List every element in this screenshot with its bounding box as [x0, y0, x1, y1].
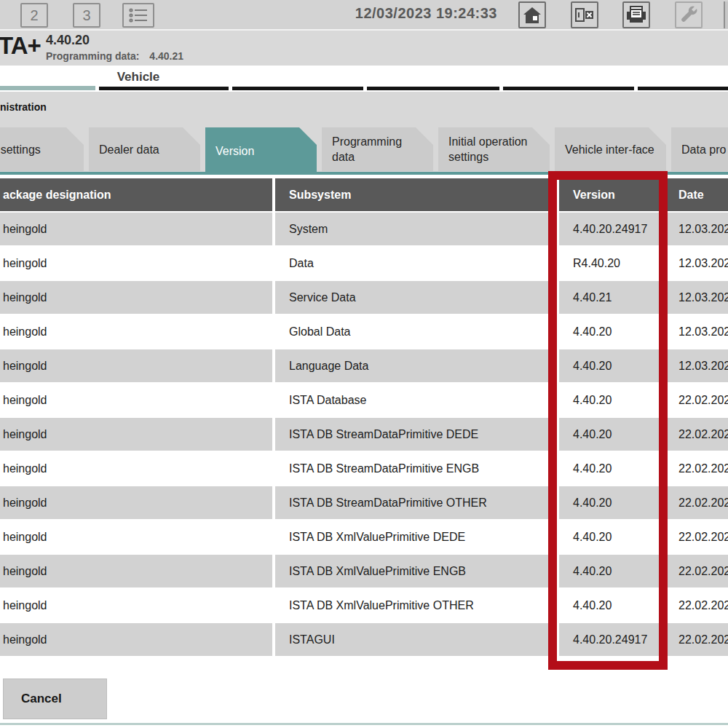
nav-underline [99, 87, 229, 90]
row-date: 22.02.2023 [665, 589, 728, 622]
home-icon [523, 6, 542, 25]
nav-underline-active [0, 86, 95, 90]
tab-vehicle-inter-face[interactable]: Vehicle inter-face [555, 127, 666, 171]
column-header-subsystem[interactable]: Subsystem [275, 178, 555, 211]
row-date: 12.03.2023 [665, 213, 728, 245]
row-subsystem: ISTAGUI [275, 623, 555, 656]
row-package: heingold [0, 384, 272, 416]
table-row[interactable]: heingoldISTA DB StreamDataPrimitive OTHE… [0, 486, 728, 519]
home-button[interactable] [518, 1, 546, 28]
printer-icon [626, 6, 646, 25]
row-subsystem: ISTA DB StreamDataPrimitive DEDE [275, 418, 555, 451]
row-subsystem: Service Data [275, 281, 555, 314]
row-version: 4.40.20 [559, 452, 661, 485]
row-package: heingold [0, 349, 272, 382]
table-row[interactable]: heingoldGlobal Data4.40.2012.03.2023 [0, 315, 728, 348]
nav-underline [232, 87, 363, 90]
column-header-package-designation[interactable]: ackage designation [0, 178, 272, 211]
settings-tabstrip: ent settingsDealer dataVersionProgrammin… [0, 127, 728, 171]
tab-data-pro[interactable]: Data pro [671, 127, 728, 171]
row-version: 4.40.20 [559, 384, 661, 416]
administration-band: nistration ent settingsDealer dataVersio… [0, 92, 728, 172]
section-title: nistration [0, 101, 47, 113]
row-subsystem: ISTA DB XmlValuePrimitive OTHER [275, 589, 555, 622]
table-row[interactable]: heingoldISTA DB XmlValuePrimitive ENGB4.… [0, 555, 728, 587]
close-dialogs-button[interactable] [571, 1, 598, 28]
row-date: 22.02.2023 [665, 384, 728, 416]
row-package: heingold [0, 452, 272, 485]
programming-data-line: Programming data:4.40.21 [46, 50, 183, 62]
row-subsystem: Language Data [275, 349, 555, 382]
row-date: 22.02.2023 [665, 452, 728, 485]
table-row[interactable]: heingoldISTA DB XmlValuePrimitive DEDE4.… [0, 521, 728, 553]
table-row[interactable]: heingoldISTA DB StreamDataPrimitive DEDE… [0, 418, 728, 451]
app-version: 4.40.20 [46, 33, 90, 48]
row-subsystem: System [275, 213, 555, 245]
table-row[interactable]: heingoldISTAGUI4.40.20.2491722.02.2023 [0, 623, 728, 656]
row-subsystem: ISTA DB StreamDataPrimitive ENGB [275, 452, 555, 485]
table-row[interactable]: heingoldISTA Database4.40.2022.02.2023 [0, 384, 728, 416]
tab-version[interactable]: Version [205, 127, 317, 175]
row-package: heingold [0, 247, 272, 280]
screen-2-button[interactable]: 2 [20, 3, 48, 28]
row-version: 4.40.20 [559, 418, 661, 451]
tab-programming-data[interactable]: Programming data [322, 127, 433, 171]
row-version: R4.40.20 [559, 247, 661, 280]
table-row[interactable]: heingoldSystem4.40.20.2491712.03.2023 [0, 213, 728, 245]
operations-list-button[interactable] [122, 3, 154, 28]
table-row[interactable]: heingoldISTA DB StreamDataPrimitive ENGB… [0, 452, 728, 485]
tab-initial-operation-settings[interactable]: Initial operation settings [438, 127, 550, 171]
table-row[interactable]: heingoldLanguage Data4.40.2012.03.2023 [0, 349, 728, 382]
nav-underline-strip [0, 86, 728, 91]
screen-3-button[interactable]: 3 [73, 3, 100, 28]
row-subsystem: ISTA DB XmlValuePrimitive DEDE [275, 521, 555, 553]
row-package: heingold [0, 555, 272, 587]
app-title: TA+ [0, 32, 41, 60]
tab-ent-settings[interactable]: ent settings [0, 127, 84, 171]
table-body: heingoldSystem4.40.20.2491712.03.2023hei… [0, 213, 728, 656]
nav-underline [367, 87, 499, 90]
table-row[interactable]: heingoldISTA DB XmlValuePrimitive OTHER4… [0, 589, 728, 622]
clipped-button-edge [724, 1, 728, 28]
row-subsystem: ISTA Database [275, 384, 555, 416]
settings-button[interactable] [675, 1, 703, 28]
column-header-date[interactable]: Date [665, 178, 728, 211]
row-date: 22.02.2023 [665, 555, 728, 587]
row-package: heingold [0, 589, 272, 622]
row-date: 12.03.2023 [665, 247, 728, 280]
row-version: 4.40.20.24917 [559, 623, 661, 656]
row-date: 22.02.2023 [665, 521, 728, 553]
row-subsystem: ISTA DB XmlValuePrimitive ENGB [275, 555, 555, 587]
row-version: 4.40.20 [559, 349, 661, 382]
nav-underline [503, 87, 634, 90]
table-row[interactable]: heingoldDataR4.40.2012.03.2023 [0, 247, 728, 280]
datetime-display: 12/03/2023 19:24:33 [291, 5, 497, 22]
cancel-button[interactable]: Cancel [3, 678, 107, 719]
programming-data-version: 4.40.21 [149, 50, 183, 62]
version-table: ackage designation Subsystem Version Dat… [0, 178, 728, 657]
row-version: 4.40.20.24917 [559, 213, 661, 245]
wrench-icon [679, 6, 698, 25]
row-date: 22.02.2023 [665, 418, 728, 451]
row-package: heingold [0, 486, 272, 519]
column-header-version[interactable]: Version [559, 178, 661, 211]
tab-dealer-data[interactable]: Dealer data [89, 127, 200, 171]
print-button[interactable] [622, 1, 650, 28]
row-date: 22.02.2023 [665, 486, 728, 519]
close-dialogs-icon [575, 7, 594, 24]
row-version: 4.40.21 [559, 281, 661, 314]
row-package: heingold [0, 623, 272, 656]
row-version: 4.40.20 [559, 521, 661, 553]
row-date: 12.03.2023 [665, 281, 728, 314]
row-package: heingold [0, 281, 272, 314]
table-row[interactable]: heingoldService Data4.40.2112.03.2023 [0, 281, 728, 314]
row-date: 12.03.2023 [665, 349, 728, 382]
programming-data-label: Programming data: [46, 50, 139, 62]
row-version: 4.40.20 [559, 555, 661, 587]
row-package: heingold [0, 315, 272, 348]
nav-underline [638, 87, 728, 90]
row-version: 4.40.20 [559, 589, 661, 622]
row-subsystem: Data [275, 247, 555, 280]
title-bar: 2 3 12/03/2023 19:24:33 [0, 0, 728, 31]
nav-tab-vehicle[interactable]: Vehicle [95, 70, 182, 84]
